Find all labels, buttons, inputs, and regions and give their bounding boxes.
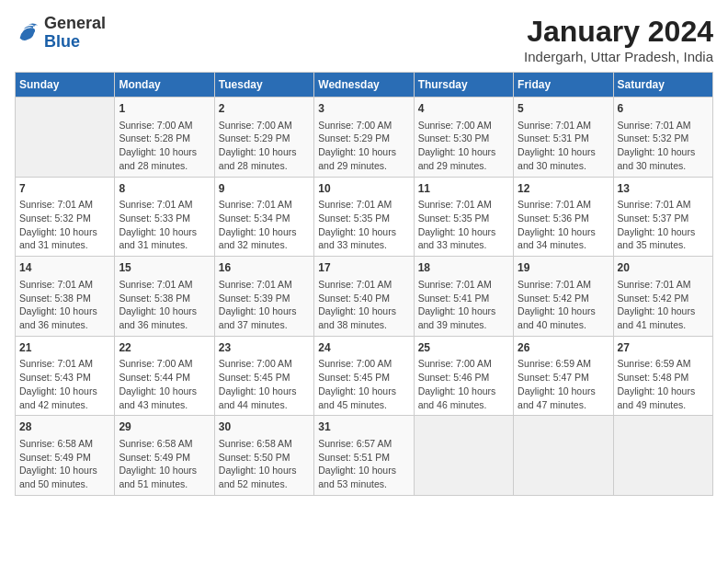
- cell-content: Sunrise: 7:01 AM Sunset: 5:38 PM Dayligh…: [119, 278, 210, 332]
- calendar-cell: 1 Sunrise: 7:00 AM Sunset: 5:28 PM Dayli…: [115, 98, 214, 178]
- day-number: 7: [19, 181, 110, 197]
- cell-content: Sunrise: 7:00 AM Sunset: 5:46 PM Dayligh…: [418, 357, 509, 411]
- cell-content: Sunrise: 6:58 AM Sunset: 5:50 PM Dayligh…: [219, 437, 310, 491]
- calendar-cell: [514, 416, 613, 496]
- sunrise-label: Sunrise: 7:00 AM: [418, 120, 492, 131]
- day-number: 3: [318, 101, 409, 117]
- daylight-minutes: and 29 minutes.: [318, 160, 387, 171]
- cell-content: Sunrise: 7:01 AM Sunset: 5:37 PM Dayligh…: [618, 198, 709, 252]
- day-number: 18: [418, 260, 509, 276]
- daylight-minutes: and 36 minutes.: [119, 319, 188, 330]
- day-number: 20: [618, 260, 709, 276]
- daylight-label: Daylight: 10 hours: [318, 385, 396, 396]
- daylight-minutes: and 33 minutes.: [418, 239, 487, 250]
- calendar-cell: 4 Sunrise: 7:00 AM Sunset: 5:30 PM Dayli…: [414, 98, 513, 178]
- col-header-tuesday: Tuesday: [214, 73, 313, 98]
- cell-content: Sunrise: 6:58 AM Sunset: 5:49 PM Dayligh…: [19, 437, 110, 491]
- sunset-label: Sunset: 5:31 PM: [518, 132, 589, 144]
- day-number: 15: [119, 260, 210, 276]
- calendar-cell: 16 Sunrise: 7:01 AM Sunset: 5:39 PM Dayl…: [214, 257, 313, 337]
- calendar-cell: 14 Sunrise: 7:01 AM Sunset: 5:38 PM Dayl…: [16, 257, 115, 337]
- sunrise-label: Sunrise: 7:01 AM: [119, 199, 192, 210]
- day-number: 31: [318, 419, 409, 435]
- daylight-minutes: and 35 minutes.: [618, 239, 687, 250]
- calendar-cell: 9 Sunrise: 7:01 AM Sunset: 5:34 PM Dayli…: [214, 177, 313, 257]
- daylight-label: Daylight: 10 hours: [219, 226, 297, 237]
- sunrise-label: Sunrise: 6:59 AM: [618, 358, 691, 369]
- daylight-label: Daylight: 10 hours: [19, 385, 97, 396]
- daylight-label: Daylight: 10 hours: [119, 465, 197, 476]
- day-number: 11: [418, 181, 509, 197]
- cell-content: Sunrise: 7:00 AM Sunset: 5:45 PM Dayligh…: [219, 357, 310, 411]
- daylight-label: Daylight: 10 hours: [318, 226, 396, 237]
- page-subtitle: Indergarh, Uttar Pradesh, India: [524, 49, 713, 64]
- cell-content: Sunrise: 7:01 AM Sunset: 5:42 PM Dayligh…: [518, 278, 609, 332]
- calendar-cell: 3 Sunrise: 7:00 AM Sunset: 5:29 PM Dayli…: [314, 98, 414, 178]
- calendar-cell: 28 Sunrise: 6:58 AM Sunset: 5:49 PM Dayl…: [16, 416, 115, 496]
- col-header-friday: Friday: [514, 73, 613, 98]
- calendar-cell: 18 Sunrise: 7:01 AM Sunset: 5:41 PM Dayl…: [414, 257, 513, 337]
- col-header-monday: Monday: [115, 73, 214, 98]
- day-number: 25: [418, 340, 509, 356]
- calendar-cell: 20 Sunrise: 7:01 AM Sunset: 5:42 PM Dayl…: [613, 257, 712, 337]
- calendar-week-row: 1 Sunrise: 7:00 AM Sunset: 5:28 PM Dayli…: [16, 98, 713, 178]
- cell-content: Sunrise: 7:01 AM Sunset: 5:38 PM Dayligh…: [19, 278, 110, 332]
- sunrise-label: Sunrise: 6:57 AM: [318, 438, 392, 449]
- calendar-cell: 12 Sunrise: 7:01 AM Sunset: 5:36 PM Dayl…: [514, 177, 613, 257]
- cell-content: Sunrise: 7:01 AM Sunset: 5:42 PM Dayligh…: [618, 278, 709, 332]
- daylight-label: Daylight: 10 hours: [518, 226, 596, 237]
- cell-content: Sunrise: 7:01 AM Sunset: 5:43 PM Dayligh…: [19, 357, 110, 411]
- sunrise-label: Sunrise: 7:01 AM: [618, 279, 691, 290]
- calendar-cell: 7 Sunrise: 7:01 AM Sunset: 5:32 PM Dayli…: [16, 177, 115, 257]
- day-number: 19: [518, 260, 609, 276]
- daylight-minutes: and 33 minutes.: [318, 239, 387, 250]
- calendar-cell: 22 Sunrise: 7:00 AM Sunset: 5:44 PM Dayl…: [115, 336, 214, 416]
- day-number: 24: [318, 340, 409, 356]
- sunset-label: Sunset: 5:41 PM: [418, 293, 490, 304]
- daylight-minutes: and 39 minutes.: [418, 319, 487, 330]
- col-header-sunday: Sunday: [16, 73, 115, 98]
- calendar-cell: 31 Sunrise: 6:57 AM Sunset: 5:51 PM Dayl…: [314, 416, 414, 496]
- sunrise-label: Sunrise: 7:01 AM: [418, 199, 492, 210]
- day-number: 28: [19, 419, 110, 435]
- daylight-minutes: and 37 minutes.: [219, 319, 288, 330]
- calendar-cell: 27 Sunrise: 6:59 AM Sunset: 5:48 PM Dayl…: [613, 336, 712, 416]
- daylight-minutes: and 36 minutes.: [19, 319, 88, 330]
- logo-bird-icon: [15, 20, 40, 46]
- daylight-minutes: and 44 minutes.: [219, 399, 288, 410]
- daylight-minutes: and 29 minutes.: [418, 160, 487, 171]
- day-number: 14: [19, 260, 110, 276]
- daylight-label: Daylight: 10 hours: [318, 146, 396, 157]
- cell-content: Sunrise: 7:01 AM Sunset: 5:41 PM Dayligh…: [418, 278, 509, 332]
- calendar-cell: 21 Sunrise: 7:01 AM Sunset: 5:43 PM Dayl…: [16, 336, 115, 416]
- sunset-label: Sunset: 5:35 PM: [418, 213, 490, 224]
- sunrise-label: Sunrise: 7:01 AM: [618, 120, 691, 131]
- col-header-saturday: Saturday: [613, 73, 712, 98]
- calendar-cell: 29 Sunrise: 6:58 AM Sunset: 5:49 PM Dayl…: [115, 416, 214, 496]
- sunset-label: Sunset: 5:29 PM: [318, 132, 390, 144]
- daylight-minutes: and 42 minutes.: [19, 399, 88, 410]
- sunrise-label: Sunrise: 7:00 AM: [119, 120, 192, 131]
- sunrise-label: Sunrise: 6:58 AM: [119, 438, 192, 449]
- day-number: 9: [219, 181, 310, 197]
- logo-text: General Blue: [44, 15, 106, 52]
- daylight-label: Daylight: 10 hours: [518, 305, 596, 316]
- daylight-label: Daylight: 10 hours: [119, 146, 197, 157]
- calendar-cell: 26 Sunrise: 6:59 AM Sunset: 5:47 PM Dayl…: [514, 336, 613, 416]
- sunrise-label: Sunrise: 7:01 AM: [318, 199, 392, 210]
- sunrise-label: Sunrise: 7:01 AM: [518, 120, 591, 131]
- page-header: General Blue January 2024 Indergarh, Utt…: [15, 15, 713, 64]
- day-number: 29: [119, 419, 210, 435]
- day-number: 22: [119, 340, 210, 356]
- daylight-label: Daylight: 10 hours: [119, 305, 197, 316]
- daylight-minutes: and 50 minutes.: [19, 478, 88, 489]
- daylight-minutes: and 51 minutes.: [119, 478, 188, 489]
- day-number: 8: [119, 181, 210, 197]
- sunset-label: Sunset: 5:35 PM: [318, 213, 390, 224]
- sunrise-label: Sunrise: 7:00 AM: [119, 358, 192, 369]
- day-number: 12: [518, 181, 609, 197]
- daylight-label: Daylight: 10 hours: [618, 305, 696, 316]
- sunset-label: Sunset: 5:30 PM: [418, 132, 490, 144]
- daylight-minutes: and 32 minutes.: [219, 239, 288, 250]
- calendar-table: SundayMondayTuesdayWednesdayThursdayFrid…: [15, 72, 713, 496]
